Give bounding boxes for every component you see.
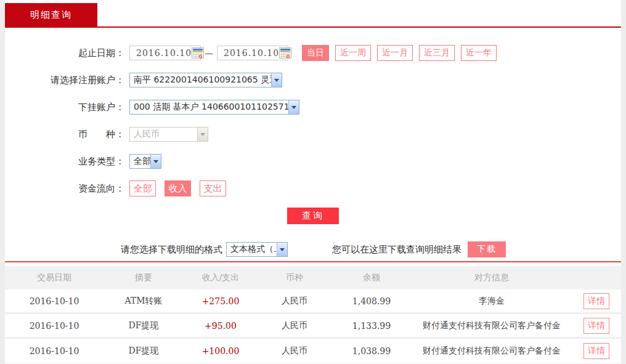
business-type-select[interactable]: 全部 — [129, 154, 161, 169]
quick-range-3months-button[interactable]: 近三月 — [419, 45, 455, 61]
col-header-balance: 余额 — [331, 272, 412, 283]
main-panel: 明细查询 起止日期： 2016.10.10 — — [5, 0, 621, 363]
fund-direction-row: 资金流向： 全部 收入 支出 — [5, 180, 621, 196]
fund-direction-buttons: 全部 收入 支出 — [129, 180, 226, 196]
chevron-down-icon[interactable] — [277, 243, 287, 256]
chevron-down-icon — [197, 127, 208, 141]
fund-direction-expense-button[interactable]: 支出 — [200, 180, 226, 196]
fund-direction-income-button[interactable]: 收入 — [165, 180, 191, 196]
cell-balance: 1,038.99 — [331, 346, 412, 356]
col-header-counterparty: 对方信息 — [412, 272, 572, 283]
download-hint: 您可以在这里下载查询明细结果 — [332, 244, 461, 256]
cell-currency: 人民币 — [258, 320, 331, 331]
currency-label: 币 种： — [5, 129, 129, 140]
download-format-select[interactable]: 文本格式（.txt） — [226, 242, 288, 257]
download-button[interactable]: 下载 — [468, 241, 506, 257]
col-header-date: 交易日期 — [5, 272, 104, 283]
registered-account-select[interactable]: 南平 6222001406100921065 灵通卡 — [129, 73, 282, 87]
cell-amount: +100.00 — [184, 346, 258, 356]
results-table: 交易日期 摘要 收入/支出 币种 余额 对方信息 2016-10-10 ATM转… — [5, 261, 621, 363]
quick-range-year-button[interactable]: 近一年 — [461, 45, 497, 61]
calendar-icon[interactable] — [192, 47, 204, 59]
date-range-row: 起止日期： 2016.10.10 — 2016.10.10 — [5, 45, 621, 61]
cell-amount: +95.00 — [184, 321, 258, 331]
cell-counterparty: 李海金 — [412, 296, 572, 307]
cell-summary: DF提现 — [104, 346, 184, 357]
calendar-icon[interactable] — [279, 47, 291, 59]
chevron-down-icon[interactable] — [271, 73, 282, 87]
download-format-label: 请您选择下载明细的格式 — [121, 244, 222, 256]
table-row: 2016-10-10 DF提现 +100.00 人民币 1,038.99 财付通… — [5, 339, 621, 363]
quick-range-month-button[interactable]: 近一月 — [377, 45, 413, 61]
date-range-label: 起止日期： — [5, 47, 129, 59]
end-date-value: 2016.10.10 — [224, 48, 279, 58]
chevron-down-icon[interactable] — [288, 100, 299, 114]
cell-counterparty: 财付通支付科技有限公司客户备付金 — [412, 320, 572, 331]
registered-account-label: 请选择注册账户： — [5, 75, 129, 86]
quick-range-buttons: 当日 近一周 近一月 近三月 近一年 — [302, 45, 497, 61]
cell-balance: 1,133.99 — [331, 321, 412, 331]
fund-direction-all-button[interactable]: 全部 — [129, 180, 156, 196]
quick-range-week-button[interactable]: 近一周 — [335, 45, 371, 61]
currency-row: 币 种： 人民币 — [5, 126, 621, 142]
business-type-value: 全部 — [130, 156, 150, 167]
registered-account-value: 南平 6222001406100921065 灵通卡 — [130, 75, 271, 86]
cell-date: 2016-10-10 — [5, 346, 104, 356]
currency-select: 人民币 — [129, 127, 208, 142]
tab-bar: 明细查询 — [5, 0, 621, 28]
detail-button[interactable]: 详情 — [583, 343, 609, 359]
cell-balance: 1,408.99 — [331, 296, 412, 306]
end-date-input[interactable]: 2016.10.10 — [217, 46, 288, 60]
business-type-label: 业务类型： — [5, 156, 129, 168]
tab-label: 明细查询 — [30, 9, 72, 21]
detail-button[interactable]: 详情 — [583, 293, 609, 309]
start-date-value: 2016.10.10 — [136, 48, 192, 58]
download-format-value: 文本格式（.txt） — [227, 244, 277, 255]
cell-counterparty: 财付通支付科技有限公司客户备付金 — [412, 346, 572, 357]
cell-summary: DF提现 — [104, 320, 184, 331]
table-row: 2016-10-10 DF提现 +95.00 人民币 1,133.99 财付通支… — [5, 314, 621, 339]
cell-currency: 人民币 — [258, 346, 331, 357]
quick-range-today-button[interactable]: 当日 — [302, 45, 329, 61]
table-row: 2016-10-10 ATM转账 +275.00 人民币 1,408.99 李海… — [5, 289, 621, 314]
sub-account-value: 000 活期 基本户 1406600101102571848 — [130, 102, 288, 113]
date-range-separator: — — [205, 48, 213, 58]
sub-account-label: 下挂账户： — [5, 102, 129, 113]
query-button-row: 查询 — [5, 208, 621, 224]
business-type-row: 业务类型： 全部 — [5, 153, 621, 169]
cell-date: 2016-10-10 — [5, 321, 104, 331]
sub-account-row: 下挂账户： 000 活期 基本户 1406600101102571848 — [5, 99, 621, 115]
chevron-down-icon[interactable] — [150, 155, 161, 168]
cell-summary: ATM转账 — [104, 296, 184, 307]
download-row: 请您选择下载明细的格式 文本格式（.txt） 您可以在这里下载查询明细结果 下载 — [121, 241, 621, 257]
currency-value: 人民币 — [130, 129, 197, 140]
cell-date: 2016-10-10 — [5, 296, 104, 306]
col-header-amount: 收入/支出 — [184, 272, 258, 283]
col-header-summary: 摘要 — [104, 272, 184, 283]
cell-currency: 人民币 — [258, 296, 331, 307]
col-header-currency: 币种 — [258, 272, 331, 283]
registered-account-row: 请选择注册账户： 南平 6222001406100921065 灵通卡 — [5, 72, 621, 88]
fund-direction-label: 资金流向： — [5, 183, 129, 195]
cell-amount: +275.00 — [184, 296, 258, 306]
start-date-input[interactable]: 2016.10.10 — [129, 46, 201, 60]
tab-detail-query[interactable]: 明细查询 — [5, 3, 97, 26]
detail-button[interactable]: 详情 — [583, 318, 609, 334]
query-button[interactable]: 查询 — [287, 208, 339, 224]
table-header-row: 交易日期 摘要 收入/支出 币种 余额 对方信息 — [5, 266, 621, 289]
sub-account-select[interactable]: 000 活期 基本户 1406600101102571848 — [129, 100, 299, 115]
query-form: 起止日期： 2016.10.10 — 2016.10.10 — [5, 28, 621, 261]
